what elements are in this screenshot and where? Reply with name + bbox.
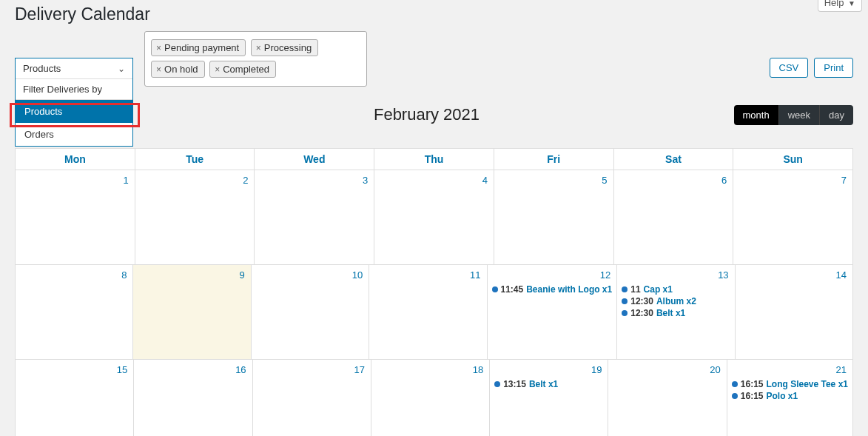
filter-select[interactable]: Products ⌄ [16,58,132,79]
calendar-day-cell[interactable]: 1311Cap x112:30Album x212:30Belt x1 [617,265,735,360]
day-header: Wed [255,149,374,170]
calendar-day-cell[interactable]: 8 [16,265,133,360]
calendar-event[interactable]: 16:15Long Sleeve Tee x1 [732,379,848,389]
calendar-day-cell[interactable]: 14 [736,265,852,360]
filter-option-products[interactable]: Products [16,100,132,123]
chevron-down-icon: ⌄ [118,64,125,74]
event-dot-icon [622,286,628,292]
day-number: 20 [710,364,720,375]
calendar-day-cell[interactable]: 6 [614,170,734,265]
status-label: On hold [164,64,198,75]
export-buttons: CSV Print [770,58,853,78]
status-filter-box[interactable]: × Pending payment × Processing × On hold… [144,31,367,87]
day-number: 16 [235,364,246,375]
calendar-event[interactable]: 11Cap x1 [622,284,730,295]
calendar-day-cell[interactable]: 5 [494,170,614,265]
event-time: 16:15 [741,379,764,389]
view-week-button[interactable]: week [779,105,820,125]
day-number: 17 [354,364,364,375]
calendar-day-cell[interactable]: 1913:15Belt x1 [490,360,608,436]
day-number: 21 [836,364,847,375]
view-switch: month week day [734,105,853,125]
calendar-day-cell[interactable]: 20 [608,360,727,436]
calendar-event[interactable]: 12:30Album x2 [622,296,730,306]
day-number: 7 [841,175,847,186]
event-dot-icon [494,381,500,387]
filter-option-orders[interactable]: Orders [16,123,132,146]
calendar-event[interactable]: 13:15Belt x1 [494,379,603,389]
day-number: 15 [117,364,127,375]
filter-header: Filter Deliveries by [16,79,132,100]
filter-selected-label: Products [23,63,61,74]
day-number: 12 [600,269,610,281]
day-number: 14 [836,269,847,281]
calendar-day-cell[interactable]: 17 [253,360,371,436]
day-number: 3 [363,175,368,186]
event-time: 16:15 [741,391,764,401]
event-title: Cap x1 [644,284,673,295]
caret-down-icon: ▼ [848,0,855,7]
day-number: 11 [470,269,480,281]
status-pill-pending-payment[interactable]: × Pending payment [151,39,246,56]
event-time: 12:30 [630,308,653,318]
status-label: Pending payment [164,42,239,53]
event-time: 11 [630,284,640,295]
day-number: 9 [240,269,245,281]
status-label: Completed [223,64,269,75]
filter-panel: Products ⌄ Filter Deliveries by Products… [15,58,133,147]
calendar-day-cell[interactable]: 16 [134,360,252,436]
day-header: Tue [135,149,255,170]
event-time: 12:30 [630,296,653,306]
status-pill-processing[interactable]: × Processing [251,39,318,56]
day-number: 4 [482,175,488,186]
view-day-button[interactable]: day [820,105,853,125]
event-dot-icon [492,286,498,292]
print-button[interactable]: Print [814,58,853,78]
close-icon[interactable]: × [256,43,261,53]
close-icon[interactable]: × [156,64,161,75]
calendar-event[interactable]: 12:30Belt x1 [622,308,730,318]
month-title: February 2021 [374,105,480,124]
calendar-day-cell[interactable]: 2116:15Long Sleeve Tee x116:15Polo x1 [727,360,852,436]
day-number: 10 [352,269,363,281]
calendar-day-cell[interactable]: 1211:45Beanie with Logo x1 [488,265,618,360]
calendar-day-cell[interactable]: 18 [371,360,490,436]
event-title: Beanie with Logo x1 [526,284,612,295]
calendar-day-cell[interactable]: 11 [369,265,487,360]
day-number: 6 [721,175,727,186]
event-title: Album x2 [656,296,696,306]
help-button[interactable]: Help ▼ [818,0,862,12]
day-header: Fri [494,149,614,170]
event-time: 11:45 [501,284,524,295]
close-icon[interactable]: × [215,64,220,75]
day-header: Thu [374,149,494,170]
day-number: 2 [243,175,248,186]
close-icon[interactable]: × [156,43,161,53]
calendar-day-cell[interactable]: 9 [133,265,251,360]
csv-button[interactable]: CSV [770,58,809,78]
page-title: Delivery Calendar [15,4,150,24]
status-label: Processing [264,42,312,53]
calendar-day-cell[interactable]: 7 [733,170,852,265]
event-title: Polo x1 [766,391,798,401]
status-pill-on-hold[interactable]: × On hold [151,61,205,78]
calendar-day-cell[interactable]: 15 [16,360,134,436]
event-dot-icon [732,381,738,387]
day-number: 13 [718,269,728,281]
calendar-day-cell[interactable]: 2 [135,170,255,265]
day-number: 5 [602,175,607,186]
calendar-day-cell[interactable]: 4 [374,170,494,265]
calendar-event[interactable]: 11:45Beanie with Logo x1 [492,284,613,295]
day-number: 18 [473,364,483,375]
calendar-day-cell[interactable]: 3 [255,170,374,265]
calendar-day-cell[interactable]: 10 [252,265,369,360]
event-title: Belt x1 [656,308,685,318]
event-dot-icon [622,310,628,316]
day-number: 1 [123,175,128,186]
calendar-day-cell[interactable]: 1 [16,170,135,265]
calendar-event[interactable]: 16:15Polo x1 [732,391,848,401]
status-pill-completed[interactable]: × Completed [209,61,276,78]
day-header: Sun [733,149,852,170]
view-month-button[interactable]: month [734,105,779,125]
day-header: Sat [614,149,734,170]
